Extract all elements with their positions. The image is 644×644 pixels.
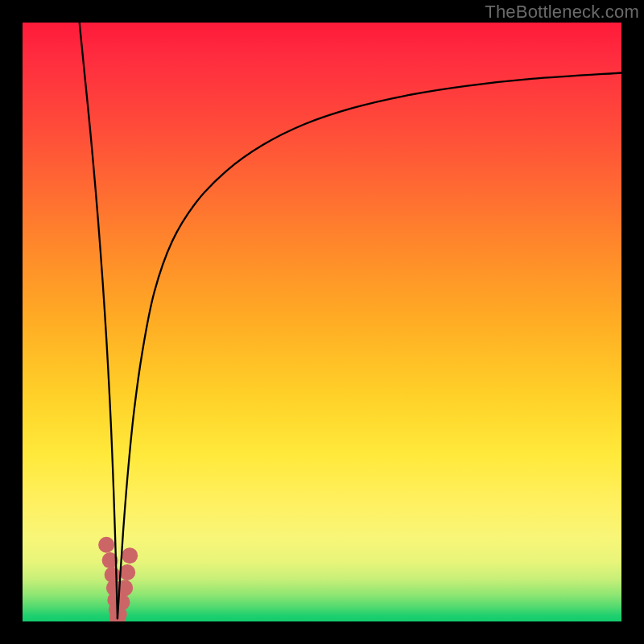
marker-dot [98, 537, 114, 553]
watermark-text: TheBottleneck.com [485, 2, 639, 23]
right-branch-curve [118, 72, 621, 618]
left-branch-curve [80, 23, 118, 618]
marker-dot [122, 547, 138, 564]
plot-area [23, 23, 621, 621]
chart-frame: TheBottleneck.com [0, 0, 644, 644]
curves-svg [23, 23, 621, 621]
